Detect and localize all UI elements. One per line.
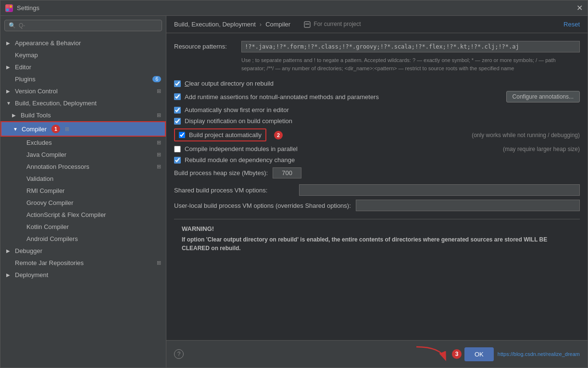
checkbox-build-automatically[interactable]	[179, 132, 185, 138]
option-label-build-automatically[interactable]: Build project automatically	[189, 131, 262, 139]
sidebar-item-label: Debugger	[15, 247, 42, 254]
resource-hint: Use ; to separate patterns and ! to nega…	[241, 56, 580, 72]
option-label-rebuild-dependency[interactable]: Rebuild module on dependency change	[185, 156, 295, 164]
sidebar-item-validation[interactable]: Validation	[0, 173, 166, 185]
svg-rect-5	[305, 24, 309, 25]
ok-button[interactable]: OK	[464, 347, 494, 361]
checkbox-display-notification[interactable]	[174, 118, 181, 125]
copy-icon: ⊞	[157, 112, 161, 118]
heap-size-label: Build process heap size (Mbytes):	[174, 169, 268, 177]
breadcrumb-parent: Build, Execution, Deployment	[174, 21, 256, 28]
sidebar-item-actionscript-compiler[interactable]: ActionScript & Flex Compiler	[0, 209, 166, 221]
spacer-icon	[18, 152, 24, 157]
sidebar-item-label: Annotation Processors	[26, 163, 89, 170]
option-label-display-notification[interactable]: Display notification on build completion	[185, 117, 292, 125]
sidebar-item-deployment[interactable]: ▶ Deployment	[0, 269, 166, 281]
sidebar-item-debugger[interactable]: ▶ Debugger	[0, 245, 166, 257]
checkbox-show-first-error[interactable]	[174, 107, 181, 114]
spacer-icon	[18, 140, 24, 145]
expand-arrow-icon: ▶	[6, 272, 12, 278]
settings-body: Resource patterns: Use ; to separate pat…	[166, 33, 588, 340]
option-row-runtime-assertions: Add runtime assertions for notnull-annot…	[174, 91, 580, 102]
sidebar-item-rmi-compiler[interactable]: RMI Compiler	[0, 185, 166, 197]
sidebar-item-annotation-processors[interactable]: Annotation Processors ⊞	[0, 161, 166, 173]
checkbox-rebuild-dependency[interactable]	[174, 157, 181, 164]
sidebar-item-keymap[interactable]: Keymap	[0, 49, 166, 61]
search-icon: 🔍	[9, 22, 16, 29]
sidebar-item-build-execution[interactable]: ▼ Build, Execution, Deployment	[0, 97, 166, 109]
right-panel: Build, Execution, Deployment › Compiler …	[166, 16, 588, 368]
plugins-badge: 6	[152, 76, 161, 82]
build-auto-note: (only works while not running / debuggin…	[472, 132, 580, 139]
sidebar-item-label: Editor	[15, 63, 31, 71]
spacer-icon	[18, 164, 24, 169]
shared-vm-input[interactable]	[299, 184, 580, 196]
option-label-runtime-assertions[interactable]: Add runtime assertions for notnull-annot…	[185, 93, 379, 101]
sidebar-item-appearance[interactable]: ▶ Appearance & Behavior	[0, 37, 166, 49]
sidebar-item-label: Build Tools	[21, 112, 51, 119]
copy-icon: ⊞	[157, 260, 161, 266]
svg-rect-0	[6, 5, 9, 8]
sidebar-item-remote-jar[interactable]: Remote Jar Repositories ⊞	[0, 257, 166, 269]
search-input[interactable]	[19, 22, 158, 29]
annotation-badge-2: 2	[274, 131, 283, 140]
sidebar-item-kotlin-compiler[interactable]: Kotlin Compiler	[0, 221, 166, 233]
checkbox-compile-parallel[interactable]	[174, 146, 181, 152]
shared-vm-row: Shared build process VM options:	[174, 184, 580, 196]
sidebar-item-label: Java Compiler	[26, 151, 66, 158]
help-button[interactable]: ?	[174, 349, 184, 359]
url-preview: https://blog.csdn.net/realize_dream	[498, 351, 580, 357]
sidebar-item-label: Android Compilers	[26, 235, 78, 242]
checkbox-runtime-assertions[interactable]	[174, 93, 181, 100]
warning-box: WARNING! If option 'Clear output directo…	[174, 219, 580, 258]
warning-title: WARNING!	[182, 225, 572, 232]
expand-arrow-icon: ▶	[12, 113, 18, 118]
build-auto-highlight-box: Build project automatically	[174, 128, 266, 141]
sidebar-item-plugins[interactable]: Plugins 6	[0, 73, 166, 85]
reset-button[interactable]: Reset	[563, 21, 580, 28]
sidebar-list: ▶ Appearance & Behavior Keymap ▶ Editor …	[0, 35, 166, 368]
sidebar: 🔍 ▶ Appearance & Behavior Keymap ▶ Edito…	[0, 16, 166, 368]
sidebar-item-build-tools[interactable]: ▶ Build Tools ⊞	[0, 109, 166, 121]
sidebar-item-version-control[interactable]: ▶ Version Control ⊞	[0, 85, 166, 97]
sidebar-item-label: Compiler	[22, 126, 47, 133]
option-label-compile-parallel[interactable]: Compile independent modules in parallel	[185, 145, 298, 152]
configure-annotations-button[interactable]: Configure annotations...	[506, 91, 580, 102]
sidebar-item-android-compilers[interactable]: Android Compilers	[0, 233, 166, 245]
expand-arrow-icon: ▼	[6, 101, 12, 106]
shared-vm-label: Shared build process VM options:	[174, 187, 294, 194]
spacer-icon	[6, 52, 12, 58]
sidebar-item-label: Plugins	[15, 76, 36, 83]
close-button[interactable]: ✕	[576, 3, 583, 13]
spacer-icon	[18, 212, 24, 217]
copy-icon: ⊞	[157, 140, 161, 146]
sidebar-item-label: Groovy Compiler	[26, 199, 74, 206]
sidebar-item-excludes[interactable]: Excludes ⊞	[0, 137, 166, 149]
copy-icon: ⊞	[157, 152, 161, 158]
main-content: 🔍 ▶ Appearance & Behavior Keymap ▶ Edito…	[0, 16, 588, 368]
spacer-icon	[18, 188, 24, 193]
resource-patterns-input[interactable]	[241, 41, 580, 52]
bottom-bar: ? 3 OK https://blog.csdn.net/realize_dre…	[166, 340, 588, 368]
search-box[interactable]: 🔍	[4, 20, 162, 31]
expand-arrow-icon: ▼	[13, 127, 19, 132]
titlebar: Settings ✕	[0, 0, 588, 16]
checkbox-clear-output[interactable]	[174, 80, 181, 87]
sidebar-item-compiler[interactable]: ▼ Compiler 1 ⊞	[0, 121, 166, 137]
option-label-clear-output[interactable]: Clear output directory on rebuild	[185, 80, 274, 87]
sidebar-item-label: Version Control	[15, 88, 58, 95]
sidebar-item-java-compiler[interactable]: Java Compiler ⊞	[0, 149, 166, 161]
sidebar-item-groovy-compiler[interactable]: Groovy Compiler	[0, 197, 166, 209]
user-local-vm-label: User-local build process VM options (ove…	[174, 202, 351, 209]
sidebar-item-editor[interactable]: ▶ Editor	[0, 61, 166, 73]
sidebar-item-label: Deployment	[15, 271, 48, 279]
sidebar-item-label: Keymap	[15, 51, 38, 59]
option-row-rebuild-dependency: Rebuild module on dependency change	[174, 156, 580, 164]
sidebar-item-label: Kotlin Compiler	[26, 223, 69, 230]
user-local-vm-input[interactable]	[356, 200, 580, 211]
option-row-clear-output: Clear output directory on rebuild	[174, 80, 580, 87]
heap-size-input[interactable]	[273, 167, 301, 178]
sidebar-item-label: Appearance & Behavior	[15, 39, 81, 47]
svg-rect-1	[10, 5, 12, 8]
option-label-show-first-error[interactable]: Automatically show first error in editor	[185, 106, 289, 114]
